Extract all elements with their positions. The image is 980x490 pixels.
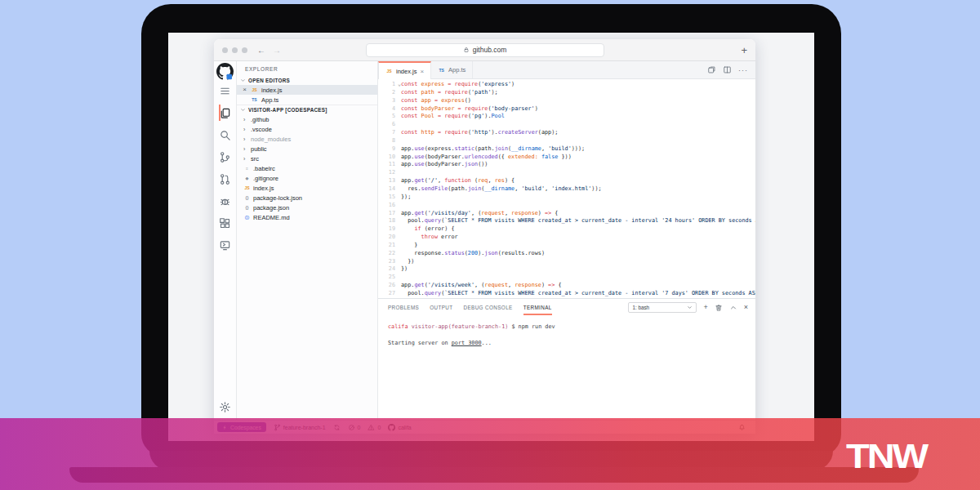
code-line: 21 } bbox=[378, 242, 755, 250]
tab-label: index.js bbox=[396, 68, 416, 75]
close-panel-icon[interactable]: × bbox=[744, 304, 748, 311]
code-line: 18 pool.query(`SELECT * FROM visits WHER… bbox=[378, 217, 755, 225]
activity-pull-request-icon[interactable] bbox=[219, 172, 231, 185]
line-number: 20 bbox=[378, 234, 401, 242]
line-number: 15 bbox=[378, 194, 401, 202]
line-number: 4 bbox=[378, 105, 401, 114]
open-editors-header[interactable]: OPEN EDITORS bbox=[237, 76, 377, 85]
back-button[interactable]: ← bbox=[257, 46, 265, 55]
tree-folder-.github[interactable]: ›.github bbox=[237, 114, 377, 124]
activity-files-icon[interactable] bbox=[219, 106, 231, 119]
kill-terminal-icon[interactable] bbox=[715, 301, 723, 315]
line-number: 7 bbox=[378, 129, 401, 137]
line-number: 14 bbox=[378, 185, 401, 194]
chevron-right-icon: › bbox=[243, 146, 248, 152]
editor-tab-index.js[interactable]: JSindex.js× bbox=[378, 61, 431, 79]
terminal-output[interactable]: califa visitor-app(feature-branch-1) $ n… bbox=[378, 316, 755, 420]
file-type-icon: TS bbox=[251, 97, 258, 102]
close-tab-icon[interactable]: × bbox=[420, 68, 424, 75]
tree-file-README.md[interactable]: ⓘREADME.md bbox=[237, 212, 377, 222]
open-editor-item[interactable]: TSApp.ts bbox=[237, 95, 377, 105]
new-tab-button[interactable]: + bbox=[741, 45, 747, 56]
activity-source-control-icon[interactable] bbox=[219, 150, 231, 163]
panel-tab-terminal[interactable]: TERMINAL bbox=[523, 301, 552, 315]
chevron-right-icon: › bbox=[243, 127, 248, 132]
open-editor-item[interactable]: ×JSindex.js bbox=[237, 85, 377, 95]
tree-file-.gitignore[interactable]: ◆.gitignore bbox=[237, 173, 377, 183]
line-number: 19 bbox=[378, 225, 401, 234]
line-number: 13 bbox=[378, 177, 401, 185]
code-line: 16 bbox=[378, 202, 755, 210]
panel-tab-problems[interactable]: PROBLEMS bbox=[388, 301, 419, 315]
tree-file-index.js[interactable]: JSindex.js bbox=[237, 183, 377, 193]
window-close-dot[interactable] bbox=[222, 47, 228, 53]
code-line: 8 bbox=[378, 137, 755, 145]
maximize-panel-icon[interactable] bbox=[729, 301, 737, 315]
explorer-title: EXPLORER bbox=[237, 61, 377, 76]
browser-window: ← → github.com + bbox=[214, 39, 755, 434]
activity-menu-icon[interactable] bbox=[219, 84, 231, 97]
line-number: 5 bbox=[378, 113, 401, 121]
chevron-down-icon bbox=[687, 305, 693, 310]
code-line: 27 pool.query(`SELECT * FROM visits WHER… bbox=[378, 290, 755, 298]
brand-gradient-overlay bbox=[0, 418, 980, 490]
activity-bar bbox=[214, 61, 237, 420]
close-editor-icon[interactable]: × bbox=[242, 87, 247, 93]
tab-label: App.ts bbox=[448, 66, 466, 74]
tree-file-package.json[interactable]: {}package.json bbox=[237, 203, 377, 212]
code-line: 15}); bbox=[378, 194, 755, 202]
line-number: 2 bbox=[378, 89, 401, 97]
editor-tab-App.ts[interactable]: TSApp.ts bbox=[431, 61, 473, 78]
tree-item-label: .github bbox=[251, 116, 270, 123]
workspace-header[interactable]: VISITOR-APP [CODESPACES] bbox=[237, 105, 377, 114]
line-number: 26 bbox=[378, 282, 401, 290]
code-line: 5const Pool = require('pg').Pool bbox=[378, 113, 755, 121]
line-number: 6 bbox=[378, 121, 401, 129]
code-line: 14 res.sendFile(path.join(__dirname, 'bu… bbox=[378, 185, 755, 194]
activity-remote-explorer-icon[interactable] bbox=[219, 238, 231, 252]
tree-file-.babelrc[interactable]: ≡.babelrc bbox=[237, 163, 377, 173]
github-codespaces-logo bbox=[216, 63, 234, 80]
shell-select[interactable]: 1: bash bbox=[628, 302, 697, 313]
line-number: 11 bbox=[378, 161, 401, 169]
window-minimize-dot[interactable] bbox=[232, 47, 238, 53]
file-type-icon: JS bbox=[243, 185, 251, 190]
tree-folder-node_modules[interactable]: ›node_modules bbox=[237, 134, 377, 144]
split-editor-icon[interactable] bbox=[723, 65, 732, 74]
code-line: 19 if (error) { bbox=[378, 225, 755, 234]
open-changes-icon[interactable] bbox=[707, 65, 716, 74]
terminal-line bbox=[388, 331, 755, 339]
tree-folder-src[interactable]: ›src bbox=[237, 154, 377, 163]
activity-extensions-icon[interactable] bbox=[219, 216, 231, 229]
laptop-screen: ← → github.com + bbox=[168, 33, 814, 441]
tree-folder-.vscode[interactable]: ›.vscode bbox=[237, 124, 377, 134]
vscode-app: EXPLORER OPEN EDITORS ×JSindex.jsTSApp.t… bbox=[214, 61, 755, 420]
line-number: 3 bbox=[378, 97, 401, 105]
terminal-panel: PROBLEMSOUTPUTDEBUG CONSOLETERMINAL 1: b… bbox=[378, 298, 755, 420]
tree-item-label: public bbox=[251, 145, 267, 153]
fold-chevron-icon[interactable]: ⌄ bbox=[398, 81, 401, 89]
panel-tab-debug-console[interactable]: DEBUG CONSOLE bbox=[464, 301, 513, 315]
editor-area: JSindex.js×TSApp.ts ··· 1⌄const express … bbox=[378, 61, 755, 420]
tree-folder-public[interactable]: ›public bbox=[237, 144, 377, 154]
more-actions-icon[interactable]: ··· bbox=[738, 66, 748, 74]
code-line: 26app.get('/visits/week', (request, resp… bbox=[378, 282, 755, 290]
window-controls[interactable] bbox=[222, 47, 247, 53]
new-terminal-button[interactable]: + bbox=[703, 304, 707, 311]
code-editor[interactable]: 1⌄const express = require('express')2con… bbox=[378, 79, 755, 298]
chevron-right-icon: › bbox=[243, 156, 248, 162]
tree-file-package-lock.json[interactable]: {}package-lock.json bbox=[237, 193, 377, 203]
code-line: 7const http = require('http').createServ… bbox=[378, 129, 755, 137]
address-bar[interactable]: github.com bbox=[366, 43, 604, 57]
activity-search-icon[interactable] bbox=[219, 128, 231, 141]
forward-button[interactable]: → bbox=[273, 46, 281, 55]
file-type-icon: TS bbox=[438, 68, 445, 73]
code-line: 9app.use(express.static(path.join(__dirn… bbox=[378, 145, 755, 154]
code-line: 12 bbox=[378, 169, 755, 177]
tree-item-label: .vscode bbox=[251, 126, 272, 133]
activity-debug-icon[interactable] bbox=[219, 194, 231, 207]
panel-tab-output[interactable]: OUTPUT bbox=[430, 301, 452, 315]
window-zoom-dot[interactable] bbox=[242, 47, 247, 53]
settings-gear-icon[interactable] bbox=[214, 400, 236, 413]
page-background: ← → github.com + bbox=[0, 0, 980, 490]
